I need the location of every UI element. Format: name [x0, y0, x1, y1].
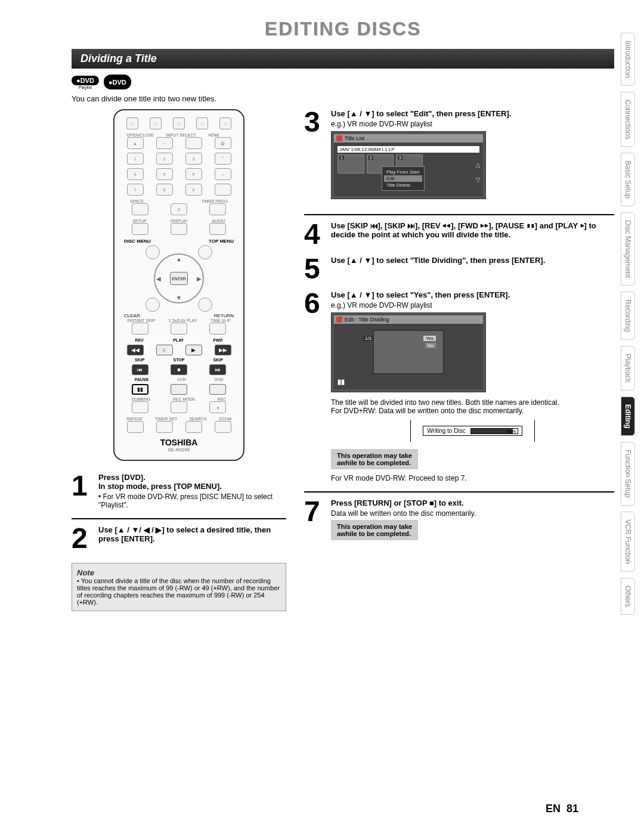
intro-text: You can divide one title into two new ti… — [72, 94, 614, 103]
wait-message-2: This operation may take awhile to be com… — [331, 520, 418, 540]
tab-function-setup[interactable]: Function Setup — [621, 442, 635, 506]
step-3: 3 Use [▲ / ▼] to select "Edit", then pre… — [304, 109, 614, 205]
tab-editing[interactable]: Editing — [621, 397, 635, 436]
tab-disc-management[interactable]: Disc Management — [621, 212, 635, 286]
remote-control-diagram: □□□□□ OPEN/CLOSEINPUT SELECTHDMI ▲···⏻ 1… — [113, 109, 244, 461]
tab-introduction[interactable]: Introduction — [621, 33, 635, 86]
section-tabs: Introduction Connections Basic Setup Dis… — [621, 33, 635, 615]
remote-brand: TOSHIBA — [120, 438, 237, 447]
badge-dvd-plusrw: ●DVD — [104, 75, 131, 89]
step-1: 1 Press [DVD]. In stop mode, press [TOP … — [72, 473, 286, 509]
page-title: EDITING DISCS — [72, 18, 614, 40]
badge-sub-playlist: Playlist — [72, 85, 99, 89]
wait-message-1: This operation may take awhile to be com… — [331, 449, 418, 469]
tab-recording[interactable]: Recording — [621, 292, 635, 340]
step-6: 6 Use [▲ / ▼] to select "Yes", then pres… — [304, 290, 614, 482]
screen-title-list: Title List JAN/ 1/08 12:00AM L1 LP 1 2 3… — [331, 131, 486, 199]
tab-playback[interactable]: Playback — [621, 346, 635, 391]
page-footer: EN 81 — [546, 803, 578, 815]
tab-vcr-function[interactable]: VCR Function — [621, 512, 635, 572]
tab-basic-setup[interactable]: Basic Setup — [621, 153, 635, 206]
step-4: 4 Use [SKIP ⏮], [SKIP ⏭], [REV ◀◀], [FWD… — [304, 221, 614, 247]
note-box: Note • You cannot divide a title of the … — [72, 563, 286, 611]
writing-progress: Writing to Disc 90% — [423, 426, 522, 436]
step-2: 2 Use [▲ / ▼/ ◀ / ▶] to select a desired… — [72, 525, 286, 551]
tab-others[interactable]: Others — [621, 578, 635, 615]
step-7: 7 Press [RETURN] or [STOP ■] to exit. Da… — [304, 498, 614, 545]
screen-title-dividing: Edit - Title Dividing 1/1 Yes No ▮▮ — [331, 312, 486, 392]
step-5: 5 Use [▲ / ▼] to select "Title Dividing"… — [304, 256, 614, 281]
tab-connections[interactable]: Connections — [621, 92, 635, 147]
badge-dvd-rw: ●DVD — [72, 76, 99, 85]
section-header: Dividing a Title — [72, 49, 614, 69]
disc-type-badges: ●DVD Playlist ●DVD — [72, 75, 614, 89]
remote-model: SE-R0295 — [120, 447, 237, 453]
